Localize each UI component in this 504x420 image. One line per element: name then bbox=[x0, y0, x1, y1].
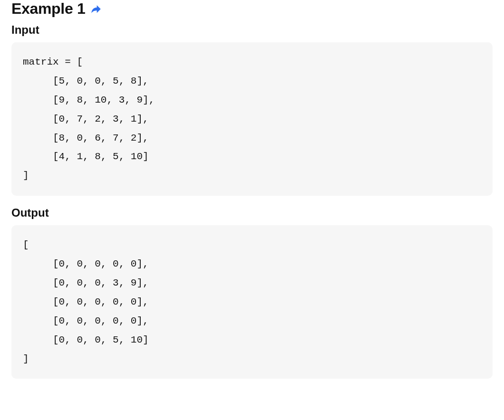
example-title: Example 1 bbox=[11, 0, 493, 18]
output-codeblock: [ [0, 0, 0, 0, 0], [0, 0, 0, 3, 9], [0, … bbox=[11, 225, 493, 379]
share-icon bbox=[90, 3, 102, 15]
output-heading: Output bbox=[11, 206, 493, 220]
share-link[interactable] bbox=[90, 3, 102, 15]
input-codeblock: matrix = [ [5, 0, 0, 5, 8], [9, 8, 10, 3… bbox=[11, 42, 493, 196]
example-title-text: Example 1 bbox=[11, 0, 85, 18]
input-heading: Input bbox=[11, 23, 493, 37]
